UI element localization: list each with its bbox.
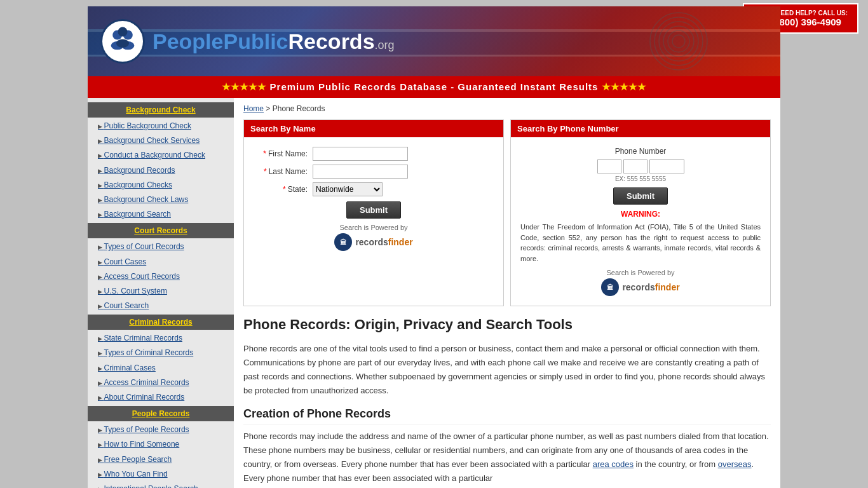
sidebar-item-access-criminal-records[interactable]: Access Criminal Records <box>88 376 234 390</box>
phone-rf-finder: finder <box>655 282 680 292</box>
area-codes-link[interactable]: area codes <box>593 459 634 469</box>
sidebar-item-types-court-records[interactable]: Types of Court Records <box>88 240 234 254</box>
sidebar-item-types-people-records[interactable]: Types of People Records <box>88 423 234 437</box>
records-finder-logo: 🏛 recordsfinder <box>250 233 497 251</box>
section1-body: Phone records may include the address an… <box>243 430 771 485</box>
search-by-name-box: Search By Name *First Name: *Last Name <box>243 119 504 306</box>
svg-point-2 <box>659 22 698 61</box>
section1-title: Creation of Phone Records <box>243 407 771 424</box>
svg-point-1 <box>654 17 703 65</box>
state-label: *State: <box>250 185 308 194</box>
search-phone-form: Phone Number EX: 555 555 5555 Submit WAR… <box>511 144 770 299</box>
site-logo[interactable] <box>100 19 145 64</box>
first-name-row: *First Name: <box>250 147 497 161</box>
sidebar-header-court-records[interactable]: Court Records <box>88 223 234 238</box>
article-intro: Phone records are one of the vital tools… <box>243 342 771 398</box>
phone-search-submit[interactable]: Submit <box>613 187 668 205</box>
search-name-header: Search By Name <box>244 120 503 137</box>
sidebar-header-background-check[interactable]: Background Check <box>88 102 234 118</box>
main-content: Home > Phone Records Search By Name *Fir… <box>234 98 780 488</box>
svg-point-8 <box>118 27 128 37</box>
sidebar-item-state-criminal-records[interactable]: State Criminal Records <box>88 331 234 346</box>
sidebar-item-international-people-search[interactable]: International People Search <box>88 482 234 488</box>
phone-exchange-input[interactable] <box>623 159 648 173</box>
search-phone-header: Search By Phone Number <box>511 120 770 137</box>
name-search-submit[interactable]: Submit <box>346 201 401 219</box>
search-by-phone-box: Search By Phone Number Phone Number EX: … <box>510 119 771 306</box>
article-title: Phone Records: Origin, Privacy and Searc… <box>243 316 771 334</box>
sidebar-item-public-background-check[interactable]: Public Background Check <box>88 119 234 133</box>
phone-rf-icon: 🏛 <box>601 278 619 296</box>
tagline-banner: ★★★★★ Premium Public Records Database - … <box>88 76 780 98</box>
phone-rf-logo: 🏛 recordsfinder <box>517 278 764 296</box>
first-name-label: *First Name: <box>250 149 308 158</box>
last-name-row: *Last Name: <box>250 165 497 179</box>
rf-records-text: records <box>355 237 388 247</box>
phone-powered-by: Search is Powered by <box>517 269 764 276</box>
search-name-form: *First Name: *Last Name: <box>244 144 503 254</box>
tagline-text: Premium Public Records Database - Guaran… <box>270 81 599 92</box>
sidebar-item-criminal-cases[interactable]: Criminal Cases <box>88 361 234 376</box>
search-row: Search By Name *First Name: *Last Name <box>243 119 771 306</box>
phone-number-input[interactable] <box>649 159 684 173</box>
sidebar-item-background-search[interactable]: Background Search <box>88 207 234 222</box>
breadcrumb-home[interactable]: Home <box>243 104 264 113</box>
sidebar-header-people-records[interactable]: People Records <box>88 406 234 421</box>
site-name: PeoplePublicRecords.org <box>153 29 395 54</box>
rf-finder-text: finder <box>388 237 413 247</box>
stars-right: ★★★★★ <box>602 81 646 92</box>
svg-point-4 <box>668 30 689 52</box>
rf-logo-icon: 🏛 <box>334 233 352 251</box>
sidebar: Background Check Public Background Check… <box>88 98 234 488</box>
phone-area-input[interactable] <box>597 159 621 173</box>
powered-by-label: Search is Powered by <box>250 224 497 231</box>
state-select[interactable]: Nationwide Alabama Alaska Arizona Califo… <box>313 182 383 196</box>
sidebar-item-background-records[interactable]: Background Records <box>88 163 234 178</box>
phone-number-label: Phone Number <box>517 147 764 156</box>
breadcrumb: Home > Phone Records <box>243 104 771 113</box>
sidebar-item-us-court-system[interactable]: U.S. Court System <box>88 284 234 299</box>
breadcrumb-current: Phone Records <box>273 104 325 113</box>
state-row: *State: Nationwide Alabama Alaska Arizon… <box>250 182 497 196</box>
sidebar-item-court-search[interactable]: Court Search <box>88 299 234 313</box>
sidebar-item-background-check-services[interactable]: Background Check Services <box>88 133 234 148</box>
sidebar-item-types-criminal-records[interactable]: Types of Criminal Records <box>88 346 234 360</box>
breadcrumb-separator: > <box>266 104 270 113</box>
phone-example: EX: 555 555 5555 <box>517 175 764 182</box>
sidebar-item-access-court-records[interactable]: Access Court Records <box>88 269 234 284</box>
phone-rf-records: records <box>622 282 654 292</box>
overseas-link[interactable]: overseas <box>718 459 752 469</box>
sidebar-item-conduct-background-check[interactable]: Conduct a Background Check <box>88 148 234 163</box>
sidebar-header-criminal-records[interactable]: Criminal Records <box>88 315 234 330</box>
first-name-input[interactable] <box>313 147 408 161</box>
sidebar-item-court-cases[interactable]: Court Cases <box>88 255 234 269</box>
main-layout: Background Check Public Background Check… <box>88 98 780 488</box>
sidebar-item-background-checks[interactable]: Background Checks <box>88 178 234 193</box>
last-name-label: *Last Name: <box>250 167 308 176</box>
svg-point-11 <box>116 39 129 48</box>
sidebar-item-how-to-find-someone[interactable]: How to Find Someone <box>88 437 234 452</box>
help-label: NEED HELP? CALL US: <box>776 10 848 17</box>
sidebar-item-about-criminal-records[interactable]: About Criminal Records <box>88 390 234 405</box>
warning-label: WARNING: <box>517 210 764 219</box>
last-name-input[interactable] <box>313 165 408 179</box>
sidebar-item-background-check-laws[interactable]: Background Check Laws <box>88 193 234 207</box>
site-header: PeoplePublicRecords.org <box>88 6 780 76</box>
stars-left: ★★★★★ <box>222 81 266 92</box>
help-phone: (800) 396-4909 <box>776 17 848 27</box>
foia-text: Under The Freedom of Information Act (FO… <box>517 222 764 264</box>
svg-point-5 <box>672 35 685 48</box>
section1-text: Phone records may include the address an… <box>243 431 769 469</box>
phone-inputs <box>517 159 764 173</box>
sidebar-item-who-you-can-find[interactable]: Who You Can Find <box>88 467 234 482</box>
sidebar-item-free-people-search[interactable]: Free People Search <box>88 452 234 467</box>
